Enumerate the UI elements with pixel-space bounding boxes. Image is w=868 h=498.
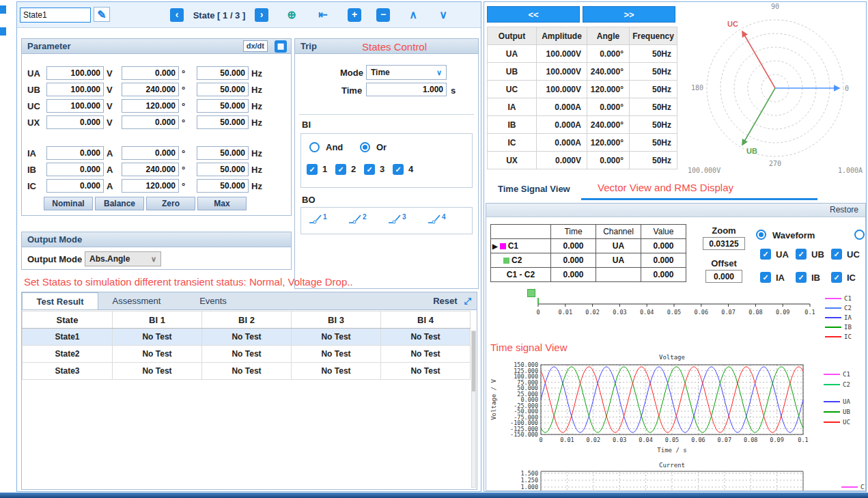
nominal-button[interactable]: Nominal — [44, 197, 93, 210]
uc-frequency-input[interactable] — [197, 99, 249, 113]
table-row[interactable]: IB0.000A240.000°50Hz — [488, 116, 677, 134]
dxdt-button[interactable]: dx/dt — [243, 40, 268, 52]
table-row[interactable]: C2 0.000UA0.000 — [491, 253, 686, 268]
bi-and-radio[interactable] — [309, 142, 320, 152]
move-up-icon[interactable]: ∧ — [406, 8, 420, 21]
ic-angle-input[interactable] — [122, 179, 179, 193]
timeline-legend: C1C2IAIBIC — [825, 294, 852, 342]
tab-assessment[interactable]: Assessment — [98, 292, 175, 309]
table-row[interactable]: UA100.000V0.000°50Hz — [488, 45, 677, 63]
balance-button[interactable]: Balance — [95, 197, 144, 210]
ib-frequency-input[interactable] — [197, 163, 249, 176]
ia-frequency-input[interactable] — [197, 146, 249, 160]
ib-amplitude-input[interactable] — [46, 163, 104, 176]
reset-button[interactable]: Reset — [433, 296, 457, 306]
trip-mode-dropdown[interactable]: Time∨ — [366, 65, 447, 80]
table-row[interactable]: IC0.000A120.000°50Hz — [488, 134, 677, 152]
table-row[interactable]: UB100.000V240.000°50Hz — [488, 63, 677, 81]
edge-button-top[interactable] — [0, 5, 6, 14]
ia-angle-input[interactable] — [122, 146, 179, 160]
ib-checkbox[interactable]: ✓ — [796, 272, 807, 283]
zoom-input[interactable] — [703, 237, 745, 250]
trip-time-input[interactable] — [366, 83, 447, 96]
output-mode-dropdown[interactable]: Abs.Angle∨ — [85, 251, 161, 266]
ua-angle-input[interactable] — [122, 66, 179, 80]
tab-time-signal-view[interactable]: Time Signal View — [498, 184, 570, 194]
ua-frequency-input[interactable] — [197, 66, 249, 80]
restore-button[interactable]: Restore — [830, 205, 858, 215]
unit-label: V — [107, 68, 119, 79]
table-row[interactable]: State3No TestNo TestNo TestNo Test — [23, 363, 471, 380]
table-row[interactable]: C1 - C2 0.0000.000 — [491, 268, 686, 282]
ib-angle-input[interactable] — [122, 163, 179, 176]
move-down-icon[interactable]: ∨ — [436, 8, 450, 21]
uc-angle-input[interactable] — [122, 99, 179, 113]
secondary-radio[interactable] — [854, 230, 865, 240]
bo1-switch-icon[interactable]: 1 — [308, 213, 327, 227]
col-channel: Channel — [596, 225, 641, 239]
ic-frequency-input[interactable] — [197, 179, 249, 193]
add-state-icon[interactable]: ⊕ — [285, 8, 298, 21]
prev-page-button[interactable]: << — [487, 6, 580, 23]
uc-phasor — [742, 31, 775, 88]
bo3-switch-icon[interactable]: 3 — [387, 213, 406, 227]
parameter-panel: Parameter dx/dt ▦ UAV°Hz UBV°Hz UCV°Hz U… — [21, 38, 292, 216]
bo4-switch-icon[interactable]: 4 — [427, 213, 446, 227]
table-row[interactable]: UX0.000V0.000°50Hz — [488, 152, 677, 169]
table-row[interactable]: State2No TestNo TestNo TestNo Test — [23, 346, 471, 363]
next-state-button[interactable]: › — [255, 8, 268, 22]
bi4-checkbox[interactable]: ✓ — [393, 164, 404, 175]
ux-angle-input[interactable] — [122, 115, 179, 129]
ux-frequency-input[interactable] — [197, 115, 249, 129]
waveform-radio[interactable] — [756, 230, 766, 240]
ua-amplitude-input[interactable] — [46, 66, 104, 80]
bi-label: BI — [302, 120, 311, 130]
zoom-label: Zoom — [703, 225, 745, 236]
bo2-switch-icon[interactable]: 2 — [348, 213, 367, 227]
hz-label: Hz — [251, 117, 264, 128]
expand-icon[interactable]: ⤢ — [464, 296, 471, 307]
bi1-checkbox[interactable]: ✓ — [307, 164, 318, 175]
minus-state-button[interactable]: − — [376, 8, 390, 22]
tab-events[interactable]: Events — [175, 292, 251, 309]
hz-label: Hz — [251, 165, 264, 175]
table-row[interactable]: UC100.000V120.000°50Hz — [488, 81, 677, 98]
plus-state-button[interactable]: + — [348, 8, 361, 22]
table-row[interactable]: ▶C1 0.000UA0.000 — [491, 239, 686, 253]
edge-button-bottom[interactable] — [0, 27, 6, 36]
offset-input[interactable] — [705, 270, 742, 283]
calculator-icon[interactable]: ▦ — [275, 40, 287, 53]
bi3-checkbox[interactable]: ✓ — [364, 164, 375, 175]
timeline-cursor-handle[interactable] — [527, 289, 535, 297]
uc-amplitude-input[interactable] — [46, 99, 104, 113]
ia-amplitude-input[interactable] — [46, 146, 104, 160]
bi-or-radio[interactable] — [360, 142, 370, 152]
ub-amplitude-input[interactable] — [46, 83, 104, 96]
results-scrollbar[interactable] — [471, 331, 476, 488]
svg-text:0.03: 0.03 — [613, 309, 626, 316]
tab-test-result[interactable]: Test Result — [22, 292, 98, 309]
ia-checkbox[interactable]: ✓ — [760, 272, 771, 283]
next-page-button[interactable]: >> — [583, 6, 675, 23]
uc-checkbox[interactable]: ✓ — [831, 249, 842, 260]
ub-frequency-input[interactable] — [197, 83, 249, 96]
table-row[interactable]: State1No TestNo TestNo TestNo Test — [23, 329, 471, 346]
edit-state-icon[interactable]: ✎ — [94, 7, 110, 22]
prev-state-button[interactable]: ‹ — [170, 8, 184, 22]
table-row[interactable]: IA0.000A0.000°50Hz — [488, 98, 677, 116]
zero-button[interactable]: Zero — [146, 197, 195, 210]
bi2-label: 2 — [351, 164, 356, 174]
bi2-checkbox[interactable]: ✓ — [335, 164, 346, 175]
ua-checkbox[interactable]: ✓ — [760, 249, 771, 260]
play-icon[interactable]: ▶ — [492, 243, 498, 250]
ic-amplitude-input[interactable] — [46, 179, 104, 193]
svg-text:0.08: 0.08 — [748, 309, 762, 316]
ub-angle-input[interactable] — [122, 83, 179, 96]
ub-checkbox[interactable]: ✓ — [796, 249, 807, 260]
timeline-ruler[interactable]: 00.010.020.030.040.050.060.070.080.090.1 — [530, 298, 817, 321]
ux-amplitude-input[interactable] — [46, 115, 104, 129]
ic-checkbox[interactable]: ✓ — [831, 272, 842, 283]
max-button[interactable]: Max — [197, 197, 247, 210]
state-name-input[interactable] — [20, 8, 91, 23]
insert-state-icon[interactable]: ⇤ — [316, 8, 330, 21]
